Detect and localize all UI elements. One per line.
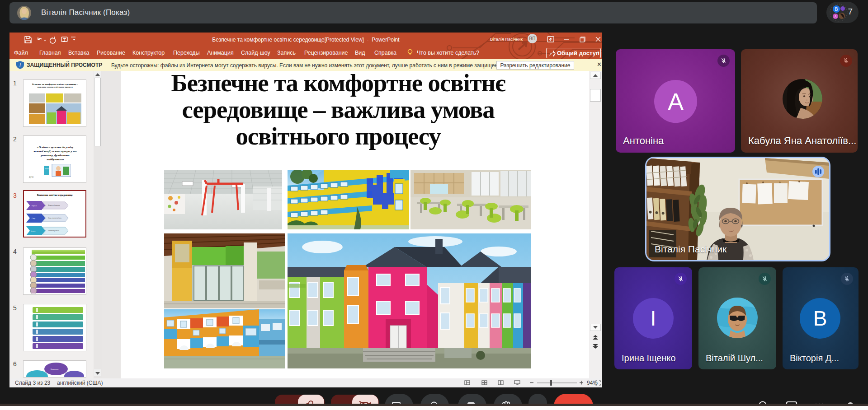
svg-text:Соц.-психологічна: Соц.-психологічна [48, 217, 61, 219]
svg-text:Прост.: Прост. [32, 205, 37, 207]
svg-text:Безп: Безп [45, 168, 49, 170]
svg-text:Соц.: Соц. [32, 217, 36, 219]
svg-text:Безпечне: Безпечне [51, 368, 59, 370]
svg-text:Інтел.: Інтел. [31, 230, 36, 232]
svg-text:Фізична безпека: Фізична безпека [48, 205, 60, 206]
svg-text:Інтелектуальна: Інтелектуальна [48, 230, 59, 232]
svg-text:B: B [835, 7, 838, 12]
svg-text:A: A [835, 15, 837, 18]
